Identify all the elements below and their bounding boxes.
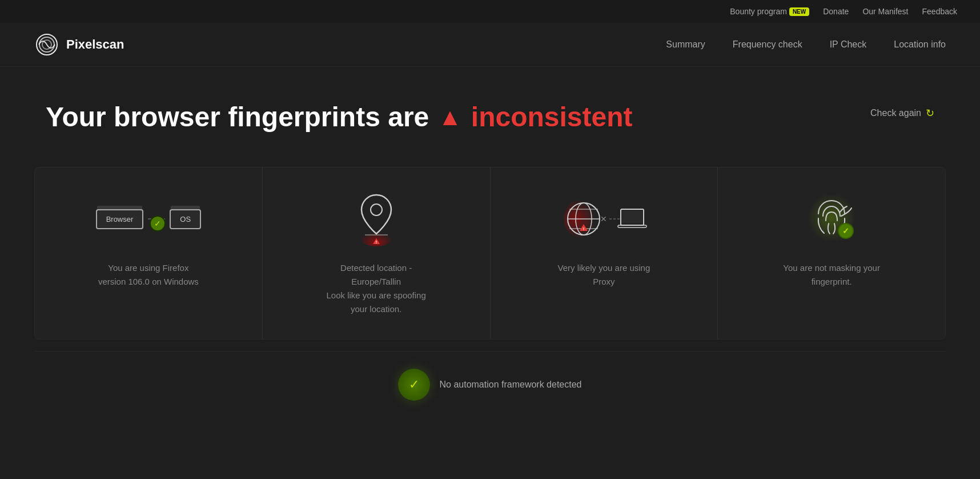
hero-title: Your browser fingerprints are ▲ inconsis… <box>46 101 934 133</box>
card-browser-text: You are using Firefoxversion 106.0 on Wi… <box>98 261 199 289</box>
hero-status: inconsistent <box>471 101 633 133</box>
card-browser-os: Browser ✓ OS You are using Firefoxversio… <box>35 167 263 339</box>
svg-text:✓: ✓ <box>842 226 849 235</box>
navbar: Pixelscan Summary Frequency check IP Che… <box>0 23 980 67</box>
manifest-link[interactable]: Our Manifest <box>862 7 908 16</box>
browser-box: Browser <box>96 209 144 229</box>
top-bar: Bounty program NEW Donate Our Manifest F… <box>0 0 980 23</box>
location-icon-area: ! <box>325 190 428 248</box>
fingerprint-svg: ✓ <box>806 192 857 244</box>
check-again-button[interactable]: Check again ↻ <box>870 107 934 119</box>
fingerprint-wrap: ✓ <box>806 192 857 246</box>
svg-text:!: ! <box>583 227 584 231</box>
bounty-label: Bounty program <box>730 7 787 16</box>
donate-link[interactable]: Donate <box>823 7 849 16</box>
os-box: OS <box>170 209 201 229</box>
refresh-icon: ↻ <box>926 107 934 119</box>
svg-rect-17 <box>622 210 642 223</box>
fingerprint-icon-area: ✓ <box>780 190 883 248</box>
card-fingerprint-text: You are not masking yourfingerprint. <box>783 261 880 289</box>
browser-os-icon-area: Browser ✓ OS <box>97 190 200 248</box>
proxy-icon-area: ✕ ! <box>552 190 655 248</box>
svg-text:✕: ✕ <box>600 214 607 223</box>
cards-container: Browser ✓ OS You are using Firefoxversio… <box>34 167 946 340</box>
location-icon-wrap: ! <box>354 189 399 249</box>
card-fingerprint: ✓ You are not masking yourfingerprint. <box>718 167 945 339</box>
hero-title-prefix: Your browser fingerprints are <box>46 101 429 133</box>
nav-ip-check[interactable]: IP Check <box>830 39 867 50</box>
browser-os-icon: Browser ✓ OS <box>96 209 201 229</box>
svg-rect-18 <box>618 225 646 227</box>
location-pin-svg: ! <box>354 189 399 246</box>
card-location: ! Detected location -Europe/TallinLook l… <box>263 167 491 339</box>
proxy-svg: ✕ ! <box>558 193 649 245</box>
check-circle: ✓ <box>150 215 166 231</box>
svg-point-4 <box>371 204 382 215</box>
card-location-text: Detected location -Europe/TallinLook lik… <box>326 261 425 316</box>
feedback-link[interactable]: Feedback <box>922 7 957 16</box>
nav-frequency[interactable]: Frequency check <box>733 39 802 50</box>
hero-section: Your browser fingerprints are ▲ inconsis… <box>0 67 980 155</box>
nav-location[interactable]: Location info <box>894 39 946 50</box>
card-proxy-text: Very likely you are usingProxy <box>558 261 650 289</box>
logo-icon <box>34 32 59 57</box>
automation-text: No automation framework detected <box>439 380 581 390</box>
card-proxy: ✕ ! Very likely you are usingProxy <box>491 167 718 339</box>
nav-links: Summary Frequency check IP Check Locatio… <box>666 39 946 50</box>
bounty-link[interactable]: Bounty program NEW <box>730 7 809 16</box>
automation-check: ✓ No automation framework detected <box>398 369 581 401</box>
logo: Pixelscan <box>34 32 124 57</box>
svg-text:!: ! <box>375 240 376 244</box>
bottom-section: ✓ No automation framework detected <box>34 351 946 418</box>
automation-check-icon: ✓ <box>398 369 430 401</box>
logo-text: Pixelscan <box>66 37 124 52</box>
warning-triangle-icon: ▲ <box>438 103 462 131</box>
nav-summary[interactable]: Summary <box>666 39 705 50</box>
check-again-label: Check again <box>870 108 921 118</box>
bounty-badge: NEW <box>789 7 809 16</box>
